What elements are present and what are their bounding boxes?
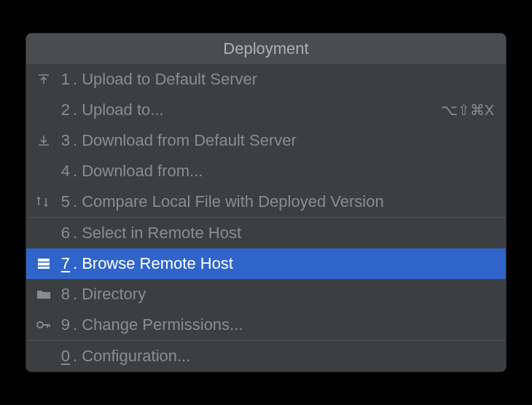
upload-icon (34, 73, 54, 86)
menu-item-download-from-default-server[interactable]: 3.Download from Default Server (26, 125, 506, 156)
svg-rect-8 (38, 259, 50, 262)
menu-item-label: Download from... (82, 162, 494, 181)
menu-item-mnemonic: 3 (54, 131, 70, 150)
menu-item-label: Directory (82, 285, 494, 304)
key-icon (34, 320, 54, 330)
svg-marker-6 (44, 205, 48, 207)
svg-marker-4 (36, 197, 41, 199)
menu-item-compare-local-file-with-deployed-version[interactable]: 5.Compare Local File with Deployed Versi… (26, 186, 506, 217)
deployment-menu: Deployment 1.Upload to Default Server2.U… (26, 33, 506, 372)
menu-item-mnemonic: 0 (54, 347, 70, 366)
svg-rect-10 (38, 267, 50, 269)
menu-item-configuration[interactable]: 0.Configuration... (26, 341, 506, 371)
menu-item-label: Select in Remote Host (82, 224, 494, 243)
menu-item-label: Configuration... (82, 347, 494, 366)
menu-item-shortcut: ⌥⇧⌘X (441, 101, 494, 119)
menu-item-label: Download from Default Server (82, 131, 494, 150)
menu-item-mnemonic: 7 (54, 254, 70, 273)
download-icon (34, 134, 54, 147)
menu-item-mnemonic: 9 (54, 315, 70, 334)
menu-item-mnemonic: 5 (54, 192, 70, 211)
remote-host-icon (34, 258, 54, 270)
menu-item-upload-to-default-server[interactable]: 1.Upload to Default Server (26, 64, 506, 95)
menu-item-label: Upload to Default Server (82, 70, 494, 89)
menu-title: Deployment (26, 34, 506, 64)
menu-item-select-in-remote-host[interactable]: 6.Select in Remote Host (26, 218, 506, 248)
menu-item-mnemonic: 1 (54, 70, 70, 89)
menu-item-upload-to[interactable]: 2.Upload to...⌥⇧⌘X (26, 95, 506, 125)
menu-item-mnemonic: 4 (54, 162, 70, 181)
menu-item-label: Upload to... (82, 101, 432, 119)
menu-item-label: Browse Remote Host (82, 254, 494, 273)
folder-icon (34, 288, 54, 300)
menu-item-mnemonic: 8 (54, 285, 70, 304)
menu-item-directory[interactable]: 8.Directory (26, 279, 506, 310)
svg-point-11 (37, 322, 43, 328)
menu-item-mnemonic: 2 (54, 101, 70, 119)
menu-item-mnemonic: 6 (54, 224, 70, 243)
menu-item-change-permissions[interactable]: 9.Change Permissions... (26, 310, 506, 340)
svg-rect-9 (38, 263, 50, 266)
menu-item-browse-remote-host[interactable]: 7.Browse Remote Host (26, 248, 506, 279)
compare-icon (34, 196, 54, 208)
menu-item-label: Compare Local File with Deployed Version (82, 192, 494, 211)
menu-item-download-from[interactable]: 4.Download from... (26, 156, 506, 186)
menu-item-label: Change Permissions... (82, 315, 494, 334)
